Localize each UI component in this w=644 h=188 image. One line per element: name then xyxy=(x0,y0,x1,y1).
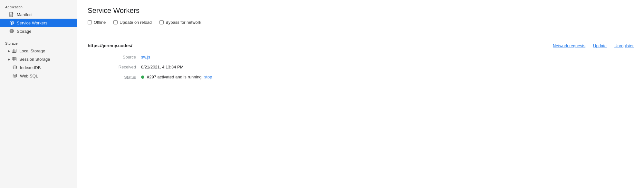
status-text: #297 activated and is running xyxy=(147,75,202,79)
offline-checkbox[interactable] xyxy=(88,20,92,24)
svg-point-15 xyxy=(13,66,17,67)
source-row: Source sw.js xyxy=(88,55,634,59)
status-value-row: #297 activated and is running stop xyxy=(141,75,212,79)
status-row: Status #297 activated and is running sto… xyxy=(88,75,634,80)
svg-rect-10 xyxy=(12,58,16,61)
sidebar-item-session-storage[interactable]: ▶ Session Storage xyxy=(0,55,77,63)
network-requests-link[interactable]: Network requests xyxy=(553,43,585,48)
sidebar-item-storage[interactable]: Storage xyxy=(0,27,77,35)
sidebar-item-session-storage-label: Session Storage xyxy=(19,57,50,62)
update-on-reload-checkbox[interactable] xyxy=(113,20,118,24)
table-icon-session-storage xyxy=(12,57,17,62)
sidebar-item-web-sql-label: Web SQL xyxy=(20,74,38,78)
table-icon-local-storage xyxy=(12,48,17,53)
gear-icon xyxy=(9,20,14,25)
bypass-for-network-checkbox[interactable] xyxy=(159,20,164,24)
options-row: Offline Update on reload Bypass for netw… xyxy=(88,20,634,30)
update-link[interactable]: Update xyxy=(593,43,607,48)
sidebar-item-local-storage-label: Local Storage xyxy=(19,49,45,53)
sidebar-item-service-workers[interactable]: Service Workers xyxy=(0,19,77,27)
arrow-icon-local-storage: ▶ xyxy=(8,49,10,53)
svg-rect-5 xyxy=(12,49,16,53)
sidebar-item-indexed-db[interactable]: IndexedDB xyxy=(0,63,77,72)
application-section-label: Application xyxy=(0,3,77,10)
sidebar-item-manifest[interactable]: Manifest xyxy=(0,10,77,19)
update-on-reload-option[interactable]: Update on reload xyxy=(113,20,152,25)
received-row: Received 8/21/2021, 4:13:34 PM xyxy=(88,65,634,69)
database-icon-web-sql xyxy=(12,73,17,78)
received-label: Received xyxy=(113,65,136,69)
update-on-reload-label: Update on reload xyxy=(120,20,152,25)
svg-point-4 xyxy=(10,29,14,31)
sidebar-item-web-sql[interactable]: Web SQL xyxy=(0,72,77,80)
sw-actions: Network requests Update Unregister xyxy=(553,43,634,48)
sidebar: Application Manifest Service Workers xyxy=(0,0,77,188)
sidebar-item-manifest-label: Manifest xyxy=(17,12,33,17)
svg-rect-0 xyxy=(10,12,13,17)
sw-url: https://jeremy.codes/ xyxy=(88,43,132,48)
sidebar-item-storage-label: Storage xyxy=(17,29,32,34)
sidebar-item-service-workers-label: Service Workers xyxy=(17,21,47,25)
database-icon-indexed-db xyxy=(12,65,17,70)
stop-link[interactable]: stop xyxy=(204,75,212,79)
bypass-for-network-option[interactable]: Bypass for network xyxy=(159,20,201,25)
source-label: Source xyxy=(113,55,136,59)
status-dot xyxy=(141,76,144,79)
main-content: Service Workers Offline Update on reload… xyxy=(77,0,644,188)
offline-option[interactable]: Offline xyxy=(88,20,106,25)
unregister-link[interactable]: Unregister xyxy=(614,43,634,48)
received-value: 8/21/2021, 4:13:34 PM xyxy=(141,65,184,69)
bypass-for-network-label: Bypass for network xyxy=(166,20,201,25)
sidebar-item-local-storage[interactable]: ▶ Local Storage xyxy=(0,47,77,55)
source-file-link[interactable]: sw.js xyxy=(141,55,150,59)
page-title: Service Workers xyxy=(88,6,634,15)
arrow-icon-session-storage: ▶ xyxy=(8,58,10,61)
status-label: Status xyxy=(113,75,136,80)
offline-label: Offline xyxy=(94,20,106,25)
sidebar-item-indexed-db-label: IndexedDB xyxy=(20,65,41,70)
database-icon xyxy=(9,29,14,34)
sw-header: https://jeremy.codes/ Network requests U… xyxy=(88,43,634,48)
service-worker-entry: https://jeremy.codes/ Network requests U… xyxy=(88,38,634,90)
file-icon xyxy=(9,12,14,17)
svg-point-16 xyxy=(13,74,17,75)
storage-section-label: Storage xyxy=(0,38,77,47)
